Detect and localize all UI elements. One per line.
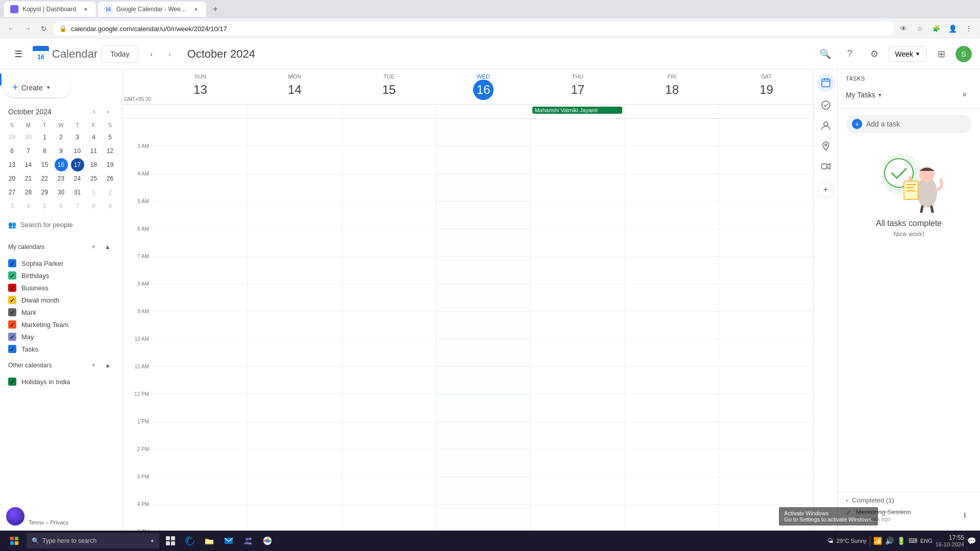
battery-icon[interactable]: 🔋 [897,537,905,545]
day-col-tue[interactable] [342,119,436,531]
mini-day-5[interactable]: 5 [104,131,117,144]
view-selector[interactable]: Week ▼ [889,46,927,62]
mini-day-14[interactable]: 14 [22,158,35,171]
mini-day-11[interactable]: 11 [87,144,101,158]
mini-day-20[interactable]: 20 [6,172,19,185]
day-col-sat[interactable] [719,119,814,531]
cal-may[interactable]: ✓ May [4,331,118,343]
prev-week-button[interactable]: ‹ [142,45,161,63]
tasks-close-button[interactable]: × [958,88,972,102]
all-day-sat[interactable] [719,105,814,118]
mini-day-21[interactable]: 21 [22,172,35,185]
mini-day-13[interactable]: 13 [6,158,19,171]
day-col-thu[interactable] [530,119,625,531]
mini-day-2[interactable]: 2 [55,131,68,144]
mini-day-12[interactable]: 12 [104,144,117,158]
mini-cal-prev[interactable]: ‹ [88,106,101,118]
forward-button[interactable]: → [20,21,35,36]
network-icon[interactable]: 📶 [873,537,882,545]
cal-birthdays[interactable]: ✓ Birthdays [4,269,118,282]
my-calendars-add[interactable]: + [87,241,100,253]
profile-icon[interactable]: 👤 [945,21,960,36]
taskbar-mail[interactable] [219,532,238,550]
strip-tasks-check-icon[interactable] [817,96,835,114]
mini-day-29[interactable]: 29 [38,186,52,199]
mini-day-26[interactable]: 26 [104,172,117,185]
cal-business[interactable]: ✓ Business [4,282,118,294]
day-header-tue[interactable]: TUE 15 [342,69,436,104]
day-col-mon[interactable] [248,119,342,531]
completed-item-info-button[interactable]: ℹ [958,508,972,522]
holiday-event[interactable]: Maharishi Valmiki Jayanti [532,107,622,114]
cal-holidays-india[interactable]: ✓ Holidays in India [4,375,118,388]
taskbar-search[interactable]: 🔍 Type here to search ✦ [27,533,159,548]
all-day-sun[interactable] [153,105,248,118]
day-header-wed[interactable]: WED 16 [436,69,531,104]
strip-add-button[interactable]: + [818,182,834,198]
all-day-thu[interactable]: Maharishi Valmiki Jayanti [530,105,625,118]
search-button[interactable]: 🔍 [815,44,836,64]
mini-day-3-next[interactable]: 3 [6,199,19,213]
strip-calendar-icon[interactable] [817,73,835,92]
mini-day-7-next[interactable]: 7 [71,199,84,213]
day-header-thu[interactable]: THU 17 [530,69,625,104]
strip-people-icon[interactable] [817,116,835,135]
day-col-wed[interactable] [436,119,531,531]
volume-icon[interactable]: 🔊 [885,537,894,545]
mini-day-7[interactable]: 7 [22,144,35,158]
terms-link[interactable]: Terms [29,519,44,525]
mini-day-3[interactable]: 3 [71,131,84,144]
completed-header[interactable]: › Completed (1) [846,496,972,504]
address-bar[interactable]: 🔒 calendar.google.com/calendar/u/0/r/wee… [53,21,894,36]
mini-day-23[interactable]: 23 [55,172,68,185]
taskbar-explorer[interactable] [200,532,218,550]
search-people[interactable]: 👥 Search for people [4,217,118,233]
mini-day-22[interactable]: 22 [38,172,52,185]
mini-day-24[interactable]: 24 [71,172,84,185]
other-calendars-collapse[interactable]: ▲ [102,359,114,371]
mini-day-18[interactable]: 18 [87,158,101,171]
mini-day-16-today[interactable]: 16 [55,158,68,171]
new-tab-button[interactable]: + [208,2,223,16]
add-task-button[interactable]: + Add a task [846,115,972,133]
all-day-tue[interactable] [342,105,436,118]
extensions-icon[interactable]: 🧩 [929,21,943,36]
mini-day-29-prev[interactable]: 29 [6,131,19,144]
day-header-fri[interactable]: FRI 18 [625,69,719,104]
mini-day-31[interactable]: 31 [71,186,84,199]
mini-day-19[interactable]: 19 [104,158,117,171]
day-col-fri[interactable] [625,119,719,531]
mini-day-28[interactable]: 28 [22,186,35,199]
mini-day-30-prev[interactable]: 30 [22,131,35,144]
all-day-wed[interactable] [436,105,531,118]
privacy-link[interactable]: Privacy [50,519,68,525]
cal-marketing[interactable]: ✓ Marketing Team [4,318,118,331]
mini-day-6-next[interactable]: 6 [55,199,68,213]
mini-day-4-next[interactable]: 4 [22,199,35,213]
keyboard-icon[interactable]: ⌨ [909,537,917,544]
start-button[interactable] [4,532,24,550]
cal-diwali[interactable]: ✓ Diwali month [4,294,118,306]
day-header-mon[interactable]: MON 14 [248,69,342,104]
tab-gcal-close[interactable]: × [192,5,200,13]
today-button[interactable]: Today [102,45,138,63]
all-day-fri[interactable] [625,105,719,118]
tab-kopyst[interactable]: Kopyst | Dashboard × [4,2,96,17]
notifications-icon[interactable]: 💬 [967,537,976,545]
mini-day-1-next[interactable]: 1 [87,186,101,199]
mini-day-8-next[interactable]: 8 [87,199,101,213]
user-profile-bottom[interactable] [6,507,24,525]
mini-day-5-next[interactable]: 5 [38,199,52,213]
cal-sophia-parker[interactable]: ✓ Sophia Parker [4,257,118,269]
other-calendars-add[interactable]: + [87,359,100,371]
mini-day-6[interactable]: 6 [6,144,19,158]
tasks-dropdown-icon[interactable]: ▼ [877,92,883,98]
strip-meet-icon[interactable] [817,157,835,176]
cal-tasks[interactable]: ✓ Tasks [4,343,118,355]
grid-button[interactable]: ⊞ [931,44,951,64]
my-calendars-collapse[interactable]: ▲ [102,241,114,253]
mini-day-1[interactable]: 1 [38,131,52,144]
mini-day-9[interactable]: 9 [55,144,68,158]
day-header-sun[interactable]: SUN 13 [153,69,248,104]
day-header-sat[interactable]: SAT 19 [719,69,814,104]
